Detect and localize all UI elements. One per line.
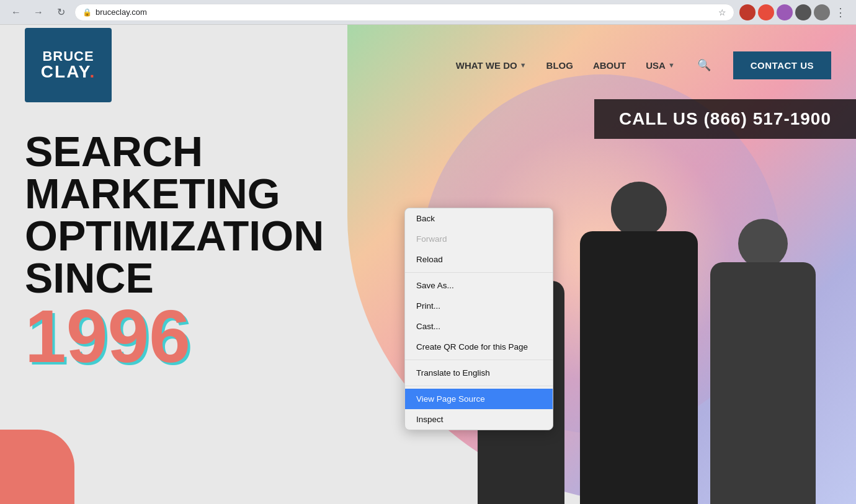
browser-chrome: ← → ↻ 🔒 bruceclay.com ☆ ⋮ (0, 0, 856, 25)
context-menu-divider-3 (405, 386, 553, 386)
search-button[interactable]: 🔍 (695, 56, 713, 74)
forward-button[interactable]: → (30, 4, 47, 21)
person-3 (707, 219, 819, 504)
nav-what-we-do[interactable]: WHAT WE DO ▼ (456, 60, 527, 71)
logo-bruce: BRUCE (42, 50, 94, 63)
context-menu-forward[interactable]: Forward (405, 229, 553, 249)
coral-accent-shape (0, 430, 74, 504)
context-menu-cast[interactable]: Cast... (405, 316, 553, 337)
hero-year: 1996 (25, 299, 324, 373)
site-header: BRUCE CLAY. WHAT WE DO ▼ BLOG ABOUT USA … (0, 25, 856, 105)
context-menu-inspect[interactable]: Inspect (405, 409, 553, 430)
site-nav: WHAT WE DO ▼ BLOG ABOUT USA ▼ 🔍 CONTACT … (456, 51, 831, 79)
context-menu-save-as[interactable]: Save As... (405, 275, 553, 296)
context-menu-reload[interactable]: Reload (405, 249, 553, 270)
hero-content: SEARCH MARKETING OPTIMIZATION SINCE 1996 (25, 130, 324, 373)
lock-icon: 🔒 (82, 8, 92, 17)
back-button[interactable]: ← (7, 4, 25, 21)
nav-blog[interactable]: BLOG (546, 60, 573, 71)
logo-clay: CLAY. (41, 63, 96, 81)
context-menu-create-qr[interactable]: Create QR Code for this Page (405, 337, 553, 357)
hero-line-search: SEARCH (25, 130, 324, 172)
url-text: bruceclay.com (96, 7, 715, 17)
context-menu-print[interactable]: Print... (405, 296, 553, 316)
avatar-3 (777, 4, 793, 20)
avatar-5 (814, 4, 830, 20)
logo-dot: . (89, 62, 96, 81)
bookmark-icon[interactable]: ☆ (718, 7, 726, 17)
call-bar: CALL US (866) 517-1900 (594, 99, 856, 139)
browser-menu-button[interactable]: ⋮ (832, 3, 849, 22)
context-menu-translate[interactable]: Translate to English (405, 363, 553, 383)
site-logo[interactable]: BRUCE CLAY. (25, 28, 112, 102)
context-menu: Back Forward Reload Save As... Print... … (404, 208, 553, 430)
chevron-down-icon: ▼ (520, 61, 527, 69)
call-text: CALL US (866) 517-1900 (619, 109, 831, 129)
nav-usa[interactable]: USA ▼ (646, 60, 675, 71)
hero-since: SINCE (25, 257, 324, 299)
avatar-4 (795, 4, 811, 20)
contact-us-button[interactable]: CONTACT US (733, 51, 831, 79)
nav-about[interactable]: ABOUT (593, 60, 626, 71)
context-menu-view-source[interactable]: View Page Source (405, 389, 553, 409)
context-menu-divider-2 (405, 360, 553, 360)
context-menu-divider-1 (405, 272, 553, 273)
hero-line-marketing: MARKETING (25, 172, 324, 214)
address-bar[interactable]: 🔒 bruceclay.com ☆ (74, 4, 734, 21)
browser-right-icons: ⋮ (739, 3, 849, 22)
hero-line-optimization: OPTIMIZATION (25, 214, 324, 257)
reload-button[interactable]: ↻ (52, 4, 69, 21)
context-menu-back[interactable]: Back (405, 208, 553, 229)
person-2 (577, 182, 701, 504)
website: BRUCE CLAY. WHAT WE DO ▼ BLOG ABOUT USA … (0, 25, 856, 504)
chevron-down-icon-usa: ▼ (668, 61, 675, 69)
avatar-1 (739, 4, 756, 20)
avatar-2 (758, 4, 774, 20)
